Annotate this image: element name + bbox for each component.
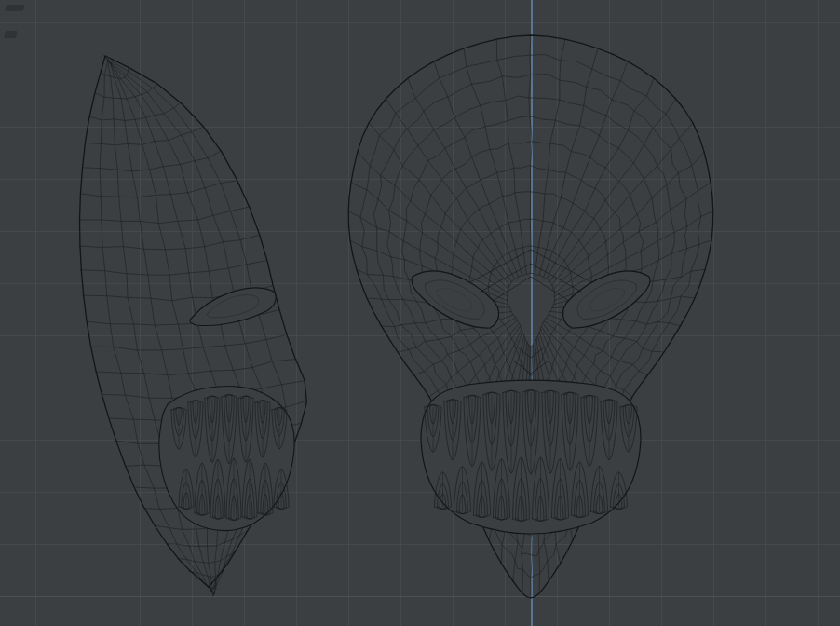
mask-front-view-mesh[interactable] [348,35,713,598]
wireframe-meshes [0,0,840,626]
mask-side-view-mesh[interactable] [79,56,307,596]
3d-viewport[interactable] [0,0,840,626]
